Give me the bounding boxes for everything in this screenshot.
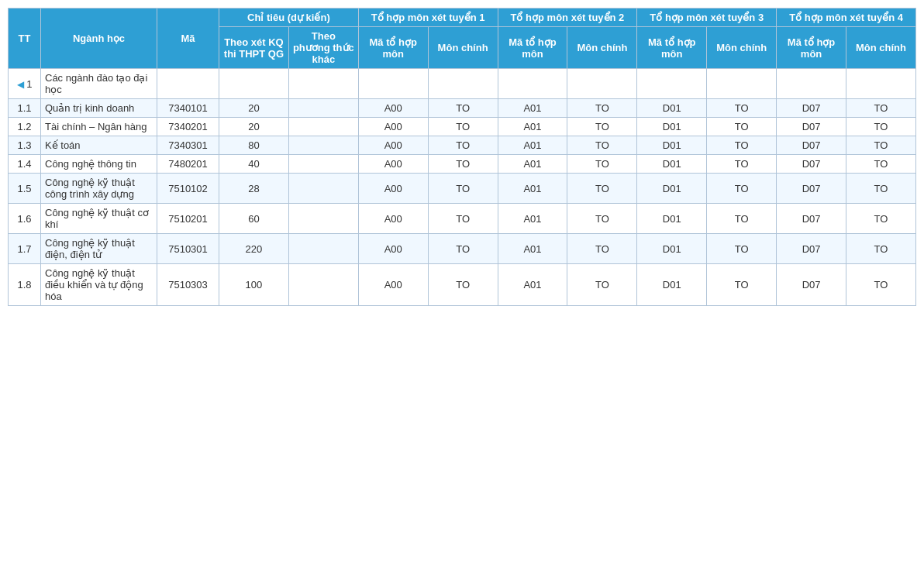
cell-mon4: TO bbox=[846, 155, 916, 174]
cell-nganhhoc: Công nghệ kỹ thuật điều khiển và tự động… bbox=[41, 264, 157, 306]
cell-mon2 bbox=[567, 69, 637, 99]
cell-theo-ptk bbox=[288, 155, 358, 174]
arrow-icon: ◀ bbox=[17, 79, 24, 90]
cell-nganhhoc: Công nghệ kỹ thuật công trình xây dựng bbox=[41, 174, 157, 204]
header-chitieu: Chỉ tiêu (dự kiến) bbox=[219, 9, 359, 27]
cell-theo-xq: 100 bbox=[219, 264, 289, 306]
cell-mato1: A00 bbox=[358, 174, 428, 204]
cell-theo-ptk bbox=[288, 174, 358, 204]
cell-mon2: TO bbox=[567, 174, 637, 204]
cell-mon4: TO bbox=[846, 204, 916, 234]
cell-theo-ptk bbox=[288, 118, 358, 136]
cell-nganhhoc: Kế toán bbox=[41, 136, 157, 155]
cell-mato3: D01 bbox=[637, 234, 707, 264]
cell-mato4: D07 bbox=[777, 155, 846, 174]
cell-tt: 1.4 bbox=[9, 155, 41, 174]
header-mato2: Mã tổ hợp môn bbox=[498, 27, 567, 69]
header-mon4: Môn chính bbox=[846, 27, 916, 69]
cell-mon4: TO bbox=[846, 234, 916, 264]
cell-nganhhoc: Công nghệ thông tin bbox=[41, 155, 157, 174]
header-ma: Mã bbox=[157, 9, 219, 69]
cell-mato4: D07 bbox=[777, 99, 846, 118]
cell-tt: ◀ 1 bbox=[9, 69, 41, 99]
header-tohop4: Tổ hợp môn xét tuyển 4 bbox=[777, 9, 916, 27]
cell-theo-ptk bbox=[288, 264, 358, 306]
cell-mato1: A00 bbox=[358, 204, 428, 234]
cell-mon1: TO bbox=[428, 99, 498, 118]
cell-mon1: TO bbox=[428, 264, 498, 306]
header-mato4: Mã tổ hợp môn bbox=[777, 27, 846, 69]
cell-mato1: A00 bbox=[358, 136, 428, 155]
cell-mon4: TO bbox=[846, 99, 916, 118]
cell-mato3: D01 bbox=[637, 155, 707, 174]
cell-mon3: TO bbox=[707, 234, 777, 264]
cell-mon3: TO bbox=[707, 99, 777, 118]
cell-mato2: A01 bbox=[498, 118, 567, 136]
header-mon2: Môn chính bbox=[567, 27, 637, 69]
cell-mato2: A01 bbox=[498, 136, 567, 155]
cell-mato4: D07 bbox=[777, 264, 846, 306]
cell-mon4: TO bbox=[846, 136, 916, 155]
header-tt: TT bbox=[9, 9, 41, 69]
cell-tt: 1.5 bbox=[9, 174, 41, 204]
cell-theo-xq: 40 bbox=[219, 155, 289, 174]
cell-mon2: TO bbox=[567, 118, 637, 136]
cell-mato1: A00 bbox=[358, 99, 428, 118]
cell-theo-ptk bbox=[288, 136, 358, 155]
cell-mon2: TO bbox=[567, 99, 637, 118]
admission-table: TT Ngành học Mã Chỉ tiêu (dự kiến) Tổ hợ… bbox=[8, 8, 916, 306]
cell-theo-ptk bbox=[288, 234, 358, 264]
cell-mato3 bbox=[637, 69, 707, 99]
cell-mato2: A01 bbox=[498, 155, 567, 174]
cell-mon2: TO bbox=[567, 204, 637, 234]
cell-mato3: D01 bbox=[637, 264, 707, 306]
cell-theo-xq bbox=[219, 69, 289, 99]
cell-mato2: A01 bbox=[498, 174, 567, 204]
cell-theo-xq: 28 bbox=[219, 174, 289, 204]
cell-theo-xq: 80 bbox=[219, 136, 289, 155]
cell-nganhhoc: Tài chính – Ngân hàng bbox=[41, 118, 157, 136]
cell-mon3: TO bbox=[707, 155, 777, 174]
cell-mato4 bbox=[777, 69, 846, 99]
cell-mon3: TO bbox=[707, 174, 777, 204]
cell-mato4: D07 bbox=[777, 234, 846, 264]
cell-mato3: D01 bbox=[637, 99, 707, 118]
cell-mon1: TO bbox=[428, 136, 498, 155]
cell-mato4: D07 bbox=[777, 136, 846, 155]
cell-mon4 bbox=[846, 69, 916, 99]
cell-mato1: A00 bbox=[358, 118, 428, 136]
header-mato1: Mã tổ hợp môn bbox=[358, 27, 428, 69]
header-theo-xq: Theo xét KQ thi THPT QG bbox=[219, 27, 289, 69]
cell-mon3 bbox=[707, 69, 777, 99]
cell-mato3: D01 bbox=[637, 136, 707, 155]
cell-theo-xq: 20 bbox=[219, 118, 289, 136]
cell-ma: 7510303 bbox=[157, 264, 219, 306]
cell-nganhhoc: Các ngành đào tạo đại học bbox=[41, 69, 157, 99]
cell-mato3: D01 bbox=[637, 204, 707, 234]
cell-mon1: TO bbox=[428, 204, 498, 234]
cell-mon2: TO bbox=[567, 136, 637, 155]
cell-theo-xq: 220 bbox=[219, 234, 289, 264]
cell-ma: 7510301 bbox=[157, 234, 219, 264]
cell-mon2: TO bbox=[567, 234, 637, 264]
cell-mato2 bbox=[498, 69, 567, 99]
cell-nganhhoc: Công nghệ kỹ thuật điện, điện tử bbox=[41, 234, 157, 264]
cell-mon3: TO bbox=[707, 136, 777, 155]
cell-tt: 1.2 bbox=[9, 118, 41, 136]
cell-mato1 bbox=[358, 69, 428, 99]
cell-tt: 1.6 bbox=[9, 204, 41, 234]
cell-mon4: TO bbox=[846, 174, 916, 204]
cell-ma: 7340201 bbox=[157, 118, 219, 136]
header-tohop2: Tổ hợp môn xét tuyển 2 bbox=[498, 9, 637, 27]
cell-mon1: TO bbox=[428, 174, 498, 204]
cell-mon1: TO bbox=[428, 118, 498, 136]
cell-mato1: A00 bbox=[358, 234, 428, 264]
cell-ma: 7510201 bbox=[157, 204, 219, 234]
cell-mon3: TO bbox=[707, 204, 777, 234]
cell-ma bbox=[157, 69, 219, 99]
cell-mato1: A00 bbox=[358, 264, 428, 306]
cell-mon2: TO bbox=[567, 155, 637, 174]
cell-ma: 7510102 bbox=[157, 174, 219, 204]
cell-tt: 1.3 bbox=[9, 136, 41, 155]
cell-mon2: TO bbox=[567, 264, 637, 306]
